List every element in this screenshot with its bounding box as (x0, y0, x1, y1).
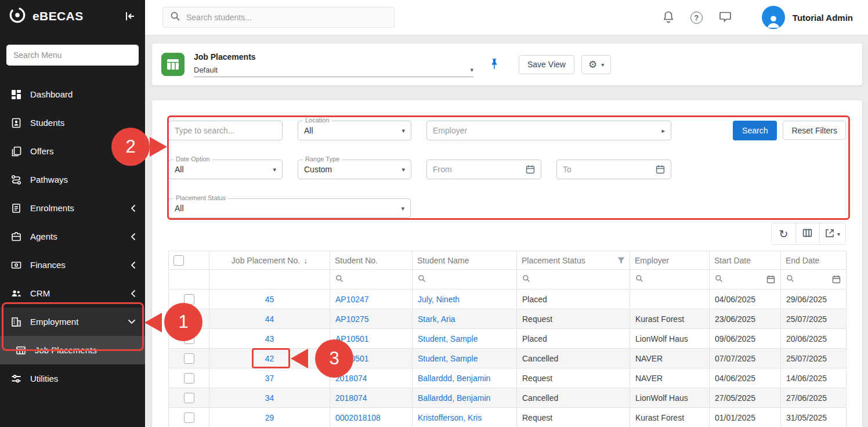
from-date-input[interactable]: From (426, 160, 541, 179)
column-label: Student Name (417, 256, 469, 265)
end-date-cell: 25/07/2025 (781, 349, 847, 368)
filter-funnel-icon[interactable] (617, 257, 625, 264)
table-row[interactable]: 42 AP10501 Student, Sample Cancelled NAV… (169, 349, 847, 368)
help-button[interactable]: ? (690, 12, 703, 24)
table-row[interactable]: 34 2018074 Ballarddd, Benjamin Cancelled… (169, 388, 847, 408)
sidebar-item-students[interactable]: Students (0, 108, 145, 137)
range-type-select[interactable]: Range Type Custom ▾ (298, 160, 411, 179)
text-search-input[interactable] (168, 121, 283, 140)
reset-filters-button[interactable]: Reset Filters (783, 121, 846, 140)
student-name-link[interactable]: Stark, Aria (418, 314, 455, 324)
sidebar-item-enrolments[interactable]: Enrolments (0, 194, 145, 222)
chevron-left-icon (131, 233, 136, 241)
sidebar-item-label: Agents (30, 231, 57, 241)
search-icon (715, 274, 723, 285)
pin-view-button[interactable] (489, 57, 500, 72)
row-checkbox[interactable] (184, 314, 194, 324)
filter-cell-start-date[interactable] (710, 270, 781, 290)
student-name-link[interactable]: Student, Sample (418, 334, 478, 343)
calendar-icon[interactable] (832, 275, 841, 284)
export-button[interactable]: ▾ (819, 223, 845, 244)
column-chooser-button[interactable] (795, 223, 819, 244)
select-all-checkbox[interactable] (173, 255, 184, 266)
row-checkbox[interactable] (184, 294, 194, 305)
to-date-input[interactable]: To (556, 160, 671, 179)
view-select[interactable]: Default ▾ (194, 66, 473, 77)
column-label: Start Date (714, 256, 751, 265)
sidebar-item-job-placements[interactable]: Job Placements (0, 336, 145, 364)
student-no-link[interactable]: AP10501 (335, 354, 369, 363)
student-no-link[interactable]: 0002018108 (335, 413, 381, 422)
row-checkbox[interactable] (184, 412, 194, 423)
calendar-icon[interactable] (766, 275, 775, 284)
student-no-link[interactable]: AP10501 (335, 334, 369, 343)
employer-cell (630, 290, 710, 309)
row-checkbox[interactable] (184, 373, 194, 383)
job-placement-link[interactable]: 29 (265, 413, 274, 422)
column-header-employer[interactable]: Employer (630, 251, 710, 270)
job-placement-link[interactable]: 45 (265, 295, 274, 304)
sidebar-item-utilities[interactable]: Utilities (0, 364, 145, 393)
column-header-student-no[interactable]: Student No. (330, 251, 413, 270)
refresh-button[interactable]: ↻ (772, 223, 795, 244)
job-placement-link[interactable]: 34 (265, 393, 274, 403)
job-placement-link[interactable]: 42 (265, 354, 274, 363)
table-row[interactable]: 44 AP10275 Stark, Aria Request Kurast Fo… (169, 309, 847, 329)
student-name-link[interactable]: Student, Sample (418, 354, 478, 363)
view-settings-button[interactable]: ⚙ ▾ (581, 55, 611, 74)
row-checkbox[interactable] (184, 393, 194, 403)
user-menu[interactable]: Tutorial Admin (762, 6, 853, 29)
sidebar-item-agents[interactable]: Agents (0, 222, 145, 251)
column-header-start-date[interactable]: Start Date (710, 251, 781, 270)
student-no-link[interactable]: 2018074 (335, 393, 367, 403)
filter-cell-employer[interactable] (630, 270, 710, 290)
student-name-link[interactable]: July, Nineth (418, 295, 460, 304)
table-row[interactable]: 43 AP10501 Student, Sample Placed LionWo… (169, 329, 847, 349)
logo-text: eBECAS (32, 9, 117, 23)
column-header-placement-status[interactable]: Placement Status (517, 251, 630, 270)
sidebar-item-label: Employment (30, 317, 78, 327)
row-checkbox[interactable] (184, 353, 194, 364)
employer-combobox[interactable]: Employer ▸ (426, 121, 671, 140)
status-cell: Placed (517, 290, 630, 309)
filter-cell-student-name[interactable] (413, 270, 517, 290)
feedback-button[interactable] (719, 11, 732, 24)
job-placement-link[interactable]: 43 (265, 334, 274, 343)
menu-search-input[interactable] (6, 45, 139, 66)
table-row[interactable]: 45 AP10247 July, Nineth Placed 04/06/202… (169, 290, 847, 309)
date-option-select[interactable]: Date Option All ▾ (168, 160, 283, 179)
student-name-link[interactable]: Kristofferson, Kris (418, 413, 482, 422)
student-no-link[interactable]: AP10247 (335, 295, 369, 304)
column-header-job-placement-no[interactable]: Job Placement No.↓ (209, 251, 330, 270)
save-view-button[interactable]: Save View (519, 55, 574, 74)
student-no-link[interactable]: 2018074 (335, 374, 367, 383)
job-placement-link[interactable]: 37 (265, 374, 274, 383)
sidebar-item-pathways[interactable]: Pathways (0, 165, 145, 194)
notifications-button[interactable] (663, 10, 674, 25)
sidebar-item-employment[interactable]: Employment (0, 307, 145, 336)
student-name-link[interactable]: Ballarddd, Benjamin (418, 393, 490, 403)
status-cell: Cancelled (517, 349, 630, 368)
column-header-student-name[interactable]: Student Name (413, 251, 517, 270)
column-header-end-date[interactable]: End Date (781, 251, 847, 270)
sidebar-item-crm[interactable]: CRM (0, 279, 145, 307)
filter-cell-end-date[interactable] (781, 270, 847, 290)
filter-cell-student-no[interactable] (330, 270, 413, 290)
placement-status-select[interactable]: Placement Status All ▾ (168, 198, 411, 218)
sidebar-item-offers[interactable]: Offers (0, 137, 145, 165)
row-checkbox[interactable] (184, 334, 194, 344)
sidebar-item-dashboard[interactable]: Dashboard (0, 80, 145, 108)
location-select[interactable]: Location All ▾ (298, 121, 411, 140)
agents-icon (10, 231, 21, 242)
student-name-link[interactable]: Ballarddd, Benjamin (418, 374, 490, 383)
student-no-link[interactable]: AP10275 (335, 314, 369, 324)
sidebar-collapse-icon[interactable] (123, 10, 137, 23)
search-icon (635, 274, 643, 285)
filter-cell-placement-status[interactable] (517, 270, 630, 290)
table-row[interactable]: 37 2018074 Ballarddd, Benjamin Request N… (169, 368, 847, 388)
sidebar-item-finances[interactable]: Finances (0, 251, 145, 279)
student-search-input[interactable] (186, 13, 387, 22)
table-row[interactable]: 29 0002018108 Kristofferson, Kris Reques… (169, 408, 847, 427)
job-placement-link[interactable]: 44 (265, 314, 274, 324)
search-button[interactable]: Search (733, 121, 777, 140)
